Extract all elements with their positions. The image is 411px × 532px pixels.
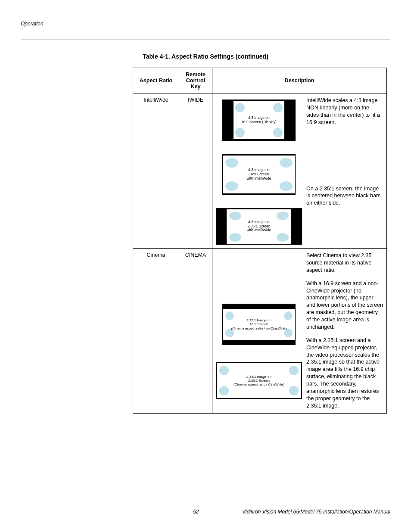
diagram-235-on-169-no-cinewide: 2.35:1 Image on16:9 Screen(Cinema aspect…: [222, 304, 296, 345]
manual-title: Vidikron Vision Model 65/Model 75 Instal…: [199, 509, 390, 515]
diagram-label: 4:3 Image on2.35:1 Screenwith IntelliWid…: [247, 220, 271, 233]
table-row: IntelliWide IWIDE: [133, 93, 387, 249]
table-row: Cinema CINEMA: [133, 249, 387, 414]
aspect-ratio-table: Aspect Ratio Remote Control Key Descript…: [133, 68, 387, 414]
cell-aspect-ratio: Cinema: [133, 249, 179, 414]
diagram-235-on-235-cinewide: 2.35:1 Image on2.35:1 Screen(Cinema aspe…: [216, 362, 302, 399]
description-paragraph: With a 16:9 screen and a non-CineWide pr…: [306, 280, 383, 331]
table-caption: Table 4-1. Aspect Ratio Settings (contin…: [21, 53, 390, 60]
cell-description: 4:3 Image on16:9 Screen (Display): [212, 93, 387, 249]
diagram-43-on-169: 4:3 Image on16:9 Screen (Display): [222, 100, 296, 141]
header-rule: [21, 40, 390, 40]
cell-description: 2.35:1 Image on16:9 Screen(Cinema aspect…: [212, 249, 387, 414]
description-paragraph: Select Cinema to view 2.35 source materi…: [306, 252, 383, 274]
cell-aspect-ratio: IntelliWide: [133, 93, 179, 249]
column-header-remote-key: Remote Control Key: [179, 68, 212, 93]
description-paragraph: IntelliWide scales a 4:3 image NON-linea…: [306, 97, 383, 126]
description-paragraph: With a 2.35:1 screen and a CineWide-equi…: [306, 337, 383, 410]
diagram-43-on-235-intelliwide: 4:3 Image on2.35:1 Screenwith IntelliWid…: [216, 208, 302, 245]
column-header-aspect-ratio: Aspect Ratio: [133, 68, 179, 93]
diagram-43-on-169-intelliwide: 4:3 Image on16:9 Screenwith IntelliWide: [222, 154, 296, 195]
diagram-label: 4:3 Image on16:9 Screenwith IntelliWide: [247, 168, 271, 180]
diagram-label: 2.35:1 Image on16:9 Screen(Cinema aspect…: [231, 318, 287, 330]
diagram-label: 2.35:1 Image on2.35:1 Screen(Cinema aspe…: [234, 375, 284, 387]
page-footer: 52 Vidikron Vision Model 65/Model 75 Ins…: [21, 509, 390, 515]
column-header-description: Description: [212, 68, 387, 93]
cell-remote-key: CINEMA: [179, 249, 212, 414]
diagram-label: 4:3 Image on16:9 Screen (Display): [241, 116, 277, 124]
running-header: Operation: [21, 21, 390, 27]
page-number: 52: [193, 509, 199, 515]
cell-remote-key: IWIDE: [179, 93, 212, 249]
description-paragraph: On a 2.35:1 screen, the image is centere…: [306, 185, 383, 207]
